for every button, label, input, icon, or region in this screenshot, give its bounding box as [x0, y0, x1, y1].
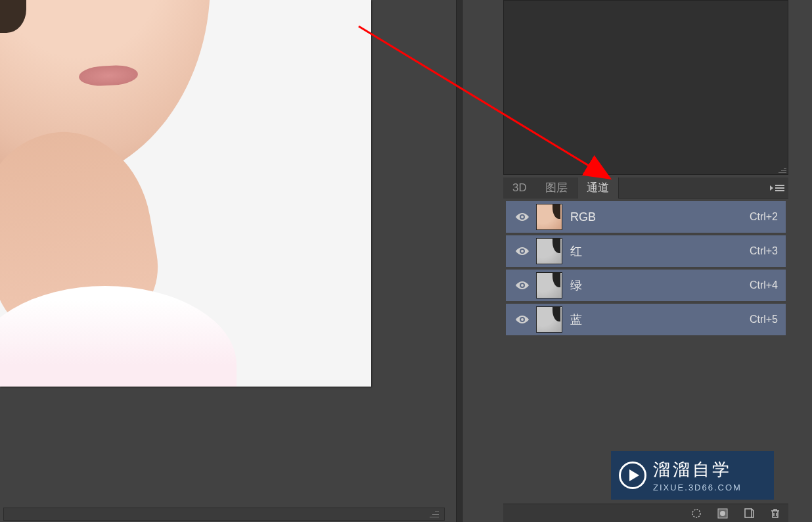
channel-thumbnail	[536, 272, 562, 298]
watermark-title: 溜溜自学	[653, 458, 742, 481]
svg-rect-2	[775, 190, 784, 191]
visibility-toggle[interactable]	[511, 212, 533, 222]
channel-thumbnail	[536, 238, 562, 264]
watermark-subtitle: ZIXUE.3D66.COM	[653, 483, 742, 492]
tab-channels[interactable]: 通道	[577, 178, 619, 199]
canvas-status-bar	[3, 508, 445, 521]
channel-name: 蓝	[570, 312, 750, 327]
new-channel-icon[interactable]	[742, 507, 756, 520]
svg-point-3	[692, 510, 700, 517]
channel-row-rgb[interactable]: RGB Ctrl+2	[506, 201, 786, 233]
photo-shoulder	[0, 286, 237, 387]
channel-shortcut: Ctrl+4	[750, 279, 780, 291]
watermark: 溜溜自学 ZIXUE.3D66.COM	[611, 451, 774, 500]
channel-name: RGB	[570, 210, 750, 224]
eye-icon	[515, 314, 530, 325]
canvas-area	[0, 0, 456, 522]
panel-divider[interactable]	[456, 0, 462, 522]
panel-tab-bar: 3D 图层 通道	[503, 178, 788, 199]
eye-icon	[515, 280, 530, 291]
save-selection-icon[interactable]	[716, 507, 729, 520]
watermark-text: 溜溜自学 ZIXUE.3D66.COM	[653, 458, 742, 492]
document-image[interactable]	[0, 0, 371, 387]
channel-list: RGB Ctrl+2 红 Ctrl+3 绿 Ctrl+4	[503, 199, 788, 341]
svg-rect-6	[745, 509, 752, 517]
visibility-toggle[interactable]	[511, 280, 533, 291]
channel-name: 绿	[570, 277, 750, 293]
tab-3d[interactable]: 3D	[503, 178, 536, 199]
panel-menu-icon[interactable]	[770, 183, 784, 193]
upper-panel	[503, 0, 788, 175]
eye-icon	[515, 246, 530, 256]
channel-row-green[interactable]: 绿 Ctrl+4	[506, 270, 786, 301]
channel-row-red[interactable]: 红 Ctrl+3	[506, 235, 786, 267]
visibility-toggle[interactable]	[511, 246, 533, 256]
channel-thumbnail	[536, 306, 562, 333]
channels-panel-footer	[503, 504, 788, 522]
play-icon	[619, 462, 646, 489]
channel-shortcut: Ctrl+5	[750, 314, 780, 325]
delete-channel-icon[interactable]	[769, 507, 782, 520]
channel-name: 红	[570, 243, 750, 259]
channel-shortcut: Ctrl+2	[750, 211, 780, 223]
visibility-toggle[interactable]	[511, 314, 533, 325]
channel-thumbnail	[536, 204, 562, 230]
load-selection-icon[interactable]	[690, 507, 703, 520]
eye-icon	[515, 212, 530, 222]
svg-point-5	[720, 511, 725, 516]
channel-shortcut: Ctrl+3	[750, 245, 780, 257]
svg-rect-1	[775, 187, 784, 189]
resize-grip-icon	[430, 508, 439, 517]
tab-layers[interactable]: 图层	[536, 178, 577, 199]
svg-rect-0	[775, 185, 784, 186]
channel-row-blue[interactable]: 蓝 Ctrl+5	[506, 304, 786, 335]
right-panel-stack: 3D 图层 通道 RGB Ctrl+2	[462, 0, 812, 522]
